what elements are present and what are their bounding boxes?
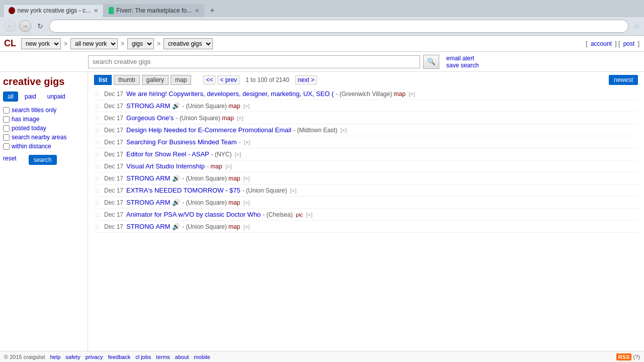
listing-link[interactable]: We are hiring! Copywriters, developers, …: [126, 90, 334, 98]
nearby-areas-checkbox[interactable]: [3, 134, 10, 141]
footer-mobile[interactable]: mobile: [194, 354, 210, 360]
listing-link[interactable]: Animator for PSA w/VO by classic Doctor …: [126, 211, 261, 218]
close-icon[interactable]: [×]: [409, 91, 415, 97]
favorite-icon[interactable]: ☆: [94, 174, 102, 183]
titles-only-checkbox[interactable]: [3, 107, 10, 114]
map-link[interactable]: map: [228, 199, 240, 206]
map-link[interactable]: map: [228, 223, 240, 230]
url-input[interactable]: newyork.craigslist.org/search/crg: [55, 23, 623, 30]
listing-link[interactable]: Visual Art Studio Internship: [126, 162, 205, 170]
listing-link[interactable]: Design Help Needed for E-Commerce Promot…: [126, 126, 291, 134]
footer-cljobs[interactable]: cl jobs: [135, 354, 151, 360]
footer-help[interactable]: help: [50, 354, 60, 360]
footer-feedback[interactable]: feedback: [108, 354, 130, 360]
listing-link[interactable]: Editor for Show Reel - ASAP: [126, 150, 209, 158]
tab-inactive[interactable]: Fiverr: The marketplace fo... ✕: [104, 4, 204, 17]
pill-all[interactable]: all: [3, 92, 18, 102]
favorite-icon[interactable]: ☆: [94, 211, 102, 219]
footer-privacy[interactable]: privacy: [86, 354, 103, 360]
listing-link[interactable]: STRONG ARM 🔊: [126, 223, 180, 230]
pill-unpaid[interactable]: unpaid: [43, 92, 70, 102]
filter-search-titles[interactable]: search titles only: [3, 107, 85, 114]
pill-paid[interactable]: paid: [20, 92, 41, 102]
filter-within-distance[interactable]: within distance: [3, 143, 85, 150]
search-input[interactable]: [88, 55, 420, 68]
pic-link[interactable]: pic: [296, 212, 303, 218]
favorite-icon[interactable]: ☆: [94, 138, 102, 146]
tab-close-1[interactable]: ✕: [94, 8, 98, 14]
nearby-areas-label[interactable]: search nearby areas: [12, 134, 66, 141]
map-link[interactable]: map: [394, 90, 406, 98]
tab-gallery[interactable]: gallery: [142, 75, 169, 85]
favorite-icon[interactable]: ☆: [94, 223, 102, 231]
posted-today-label[interactable]: posted today: [12, 125, 46, 132]
forward-button[interactable]: →: [19, 20, 31, 32]
within-distance-label[interactable]: within distance: [12, 143, 51, 150]
email-alert-link[interactable]: email alert: [446, 55, 479, 62]
favorite-icon[interactable]: ☆: [94, 126, 102, 134]
close-icon[interactable]: [×]: [235, 151, 242, 157]
close-icon[interactable]: [×]: [244, 175, 250, 182]
footer-terms[interactable]: terms: [156, 354, 170, 360]
close-icon[interactable]: [×]: [244, 224, 250, 230]
address-bar[interactable]: newyork.craigslist.org/search/crg: [49, 20, 628, 33]
tab-close-2[interactable]: ✕: [195, 8, 199, 14]
filter-has-image[interactable]: has image: [3, 116, 85, 123]
post-link[interactable]: post: [623, 40, 635, 47]
map-link[interactable]: map: [228, 175, 240, 182]
close-icon[interactable]: [×]: [244, 139, 251, 145]
newest-button[interactable]: newest: [609, 75, 638, 85]
map-link[interactable]: map: [228, 103, 240, 110]
new-tab-button[interactable]: +: [205, 4, 219, 17]
favorite-icon[interactable]: ☆: [94, 199, 102, 207]
account-link[interactable]: account: [591, 40, 612, 47]
filter-posted-today[interactable]: posted today: [3, 125, 85, 132]
favorite-icon[interactable]: ☆: [94, 102, 102, 110]
tab-thumb[interactable]: thumb: [114, 75, 139, 85]
favorite-icon[interactable]: ☆: [94, 90, 102, 98]
prev-page-button[interactable]: < prev: [217, 75, 239, 84]
search-button[interactable]: 🔍: [423, 55, 439, 69]
close-icon[interactable]: [×]: [244, 103, 250, 109]
posted-today-checkbox[interactable]: [3, 125, 10, 132]
close-icon[interactable]: [×]: [237, 115, 244, 121]
within-distance-checkbox[interactable]: [3, 143, 10, 150]
close-icon[interactable]: [×]: [244, 200, 250, 206]
listing-link[interactable]: Gorgeous One's: [126, 114, 174, 122]
map-link[interactable]: map: [210, 163, 222, 170]
listing-link[interactable]: STRONG ARM 🔊: [126, 174, 180, 182]
map-link[interactable]: map: [222, 115, 233, 122]
listing-link[interactable]: STRONG ARM 🔊: [126, 102, 180, 110]
first-page-button[interactable]: <<: [203, 75, 215, 84]
listing-link[interactable]: STRONG ARM 🔊: [126, 199, 180, 206]
save-search-link[interactable]: save search: [446, 62, 479, 69]
filter-nearby-areas[interactable]: search nearby areas: [3, 134, 85, 141]
category-select[interactable]: gigs: [127, 38, 154, 49]
titles-only-label[interactable]: search titles only: [12, 107, 56, 114]
tab-list[interactable]: list: [94, 75, 112, 85]
has-image-label[interactable]: has image: [12, 116, 39, 123]
favorite-icon[interactable]: ☆: [94, 162, 102, 170]
listing-link[interactable]: EXTRA's NEEDED TOMORROW - $75: [126, 187, 240, 194]
region-select[interactable]: all new york: [70, 38, 118, 49]
reset-link[interactable]: reset: [3, 155, 17, 165]
close-icon[interactable]: [×]: [341, 127, 347, 133]
rss-badge[interactable]: RSS: [616, 353, 632, 360]
sidebar-search-button[interactable]: search: [29, 155, 57, 165]
subcategory-select[interactable]: creative gigs: [164, 38, 213, 49]
bookmark-icon[interactable]: ☆: [633, 22, 640, 30]
next-page-button[interactable]: next >: [295, 75, 317, 84]
has-image-checkbox[interactable]: [3, 116, 10, 123]
close-icon[interactable]: [×]: [306, 212, 312, 218]
footer-about[interactable]: about: [175, 354, 189, 360]
close-icon[interactable]: [×]: [290, 188, 297, 194]
favorite-icon[interactable]: ☆: [94, 187, 102, 195]
footer-safety[interactable]: safety: [65, 354, 80, 360]
refresh-button[interactable]: ↻: [34, 20, 46, 32]
favorite-icon[interactable]: ☆: [94, 150, 102, 158]
close-icon[interactable]: [×]: [225, 163, 232, 169]
listing-link[interactable]: Searching For Business Minded Team: [126, 138, 236, 146]
location-select[interactable]: new york: [21, 38, 61, 49]
back-button[interactable]: ←: [4, 20, 16, 32]
tab-map[interactable]: map: [171, 75, 191, 85]
